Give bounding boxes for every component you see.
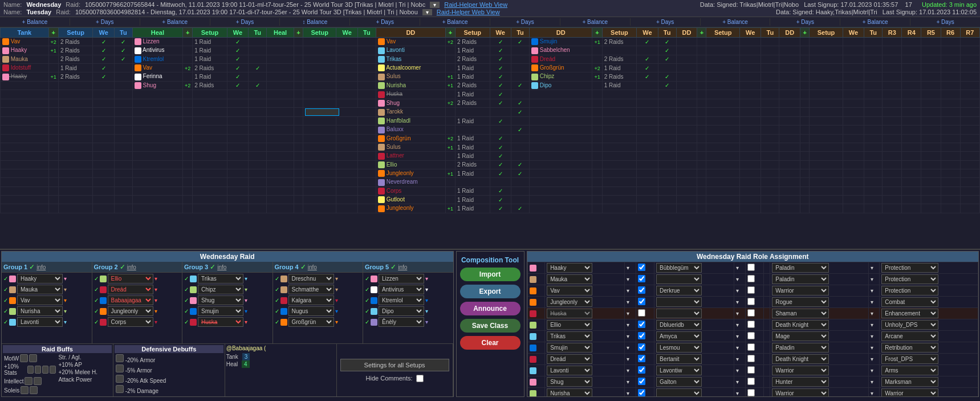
group-2-info[interactable]: info bbox=[127, 264, 136, 270]
balance-cell-6[interactable]: + Balance bbox=[701, 18, 771, 26]
heal1-add-btn[interactable]: + bbox=[183, 28, 193, 38]
hide-comments-checkbox[interactable] bbox=[416, 375, 424, 382]
player-role-select[interactable]: Dreád bbox=[108, 285, 153, 294]
days-cell-5[interactable]: + Days bbox=[631, 18, 701, 26]
player-check[interactable] bbox=[638, 378, 645, 385]
role-select-2[interactable]: Galton bbox=[656, 377, 702, 387]
player-role-select[interactable]: Nugus bbox=[288, 306, 334, 316]
player-role-select[interactable]: Kalgara bbox=[288, 295, 334, 305]
settings-all-setups-btn[interactable]: Settings for all Setups bbox=[340, 359, 449, 371]
player-check[interactable] bbox=[638, 298, 645, 305]
player-role-select[interactable]: Nurisha bbox=[17, 306, 63, 316]
player-role-select[interactable]: Dreschnu bbox=[288, 274, 334, 283]
player-role-select[interactable]: Haaky bbox=[17, 274, 63, 283]
days-cell-4[interactable]: + Days bbox=[490, 18, 560, 26]
player-check[interactable] bbox=[638, 286, 645, 294]
player-check[interactable] bbox=[638, 343, 645, 351]
import-button[interactable]: Import bbox=[460, 268, 521, 281]
balance-cell-2[interactable]: + Balance bbox=[140, 18, 210, 26]
player-role-select[interactable]: Shug bbox=[198, 295, 243, 305]
role-select-2[interactable] bbox=[656, 388, 702, 396]
player-select[interactable]: Shug bbox=[547, 377, 592, 387]
class-select[interactable]: Rogue bbox=[772, 297, 829, 307]
role-check[interactable] bbox=[747, 378, 755, 385]
export-button[interactable]: Export bbox=[460, 285, 521, 298]
role-select-2[interactable]: Bertanit bbox=[656, 354, 702, 364]
group-3-info[interactable]: info bbox=[217, 264, 226, 270]
balance-cell-7[interactable]: + Balance bbox=[840, 18, 910, 26]
spec-select[interactable]: Warrior bbox=[881, 388, 938, 396]
days-cell-7[interactable]: + Days bbox=[910, 18, 980, 26]
player-role-select[interactable]: Ellio bbox=[108, 274, 153, 283]
group-4-info[interactable]: info bbox=[308, 264, 317, 270]
player-select[interactable]: Vav bbox=[547, 286, 592, 295]
player-check[interactable] bbox=[638, 366, 645, 374]
player-role-select[interactable]: Chipz bbox=[198, 285, 243, 294]
edit-input[interactable] bbox=[305, 108, 339, 116]
spec-select[interactable]: Frost_DPS bbox=[881, 354, 938, 364]
tank-add-btn[interactable]: + bbox=[48, 28, 58, 38]
spec-select[interactable]: Arms bbox=[881, 366, 938, 375]
group-1-check[interactable]: ✓ bbox=[29, 263, 35, 271]
role-check[interactable] bbox=[747, 286, 755, 294]
player-role-select[interactable]: Mauka bbox=[17, 285, 63, 294]
role-check[interactable] bbox=[747, 321, 755, 328]
group-3-check[interactable]: ✓ bbox=[210, 263, 215, 271]
role-select-2[interactable]: Amyca bbox=[656, 331, 702, 341]
role-check[interactable] bbox=[747, 275, 755, 282]
save-class-button[interactable]: Save Class bbox=[460, 319, 521, 333]
dd1-add-btn[interactable]: + bbox=[445, 28, 455, 38]
days-cell-2[interactable]: + Days bbox=[210, 18, 280, 26]
role-select-2[interactable] bbox=[656, 309, 702, 318]
role-check[interactable] bbox=[747, 389, 755, 396]
role-check[interactable] bbox=[747, 298, 755, 305]
player-role-select[interactable]: Jungleonly bbox=[108, 306, 153, 316]
role-check[interactable] bbox=[747, 366, 755, 374]
clear-button[interactable]: Clear bbox=[460, 336, 521, 350]
days-cell-1[interactable]: + Days bbox=[70, 18, 140, 26]
player-select[interactable]: Jungleonly bbox=[547, 297, 592, 307]
player-role-select[interactable]: Antivirus bbox=[379, 285, 424, 294]
spec-select[interactable]: Unholy_DPS bbox=[881, 320, 938, 330]
player-check[interactable] bbox=[638, 389, 645, 396]
role-select-2[interactable] bbox=[656, 274, 702, 284]
class-select[interactable]: Hunter bbox=[772, 377, 829, 387]
class-select[interactable]: Paladin bbox=[772, 343, 829, 353]
player-check[interactable] bbox=[638, 264, 645, 271]
group-4-check[interactable]: ✓ bbox=[300, 263, 306, 271]
player-select[interactable]: Ellio bbox=[547, 320, 592, 330]
player-role-select[interactable]: Vav bbox=[17, 295, 63, 305]
player-select[interactable]: Trikas bbox=[547, 331, 592, 341]
role-check[interactable] bbox=[747, 355, 755, 362]
role-select-2[interactable] bbox=[656, 297, 702, 307]
player-role-select[interactable]: Großgrün bbox=[288, 317, 334, 327]
player-role-select[interactable]: Huska bbox=[198, 317, 243, 327]
player-select[interactable]: Lavonti bbox=[547, 366, 592, 375]
days-cell-3[interactable]: + Days bbox=[350, 18, 420, 26]
class-select[interactable]: Death Knight bbox=[772, 320, 829, 330]
class-select[interactable]: Warrior bbox=[772, 388, 829, 396]
class-select[interactable]: Warrior bbox=[772, 286, 829, 295]
player-check[interactable] bbox=[638, 321, 645, 328]
role-select-2[interactable]: Dblueridb bbox=[656, 320, 702, 330]
spec-select[interactable]: Enhancement bbox=[881, 309, 938, 318]
role-select-2[interactable]: Bübblegüm bbox=[656, 263, 702, 273]
announce-button[interactable]: Announce bbox=[460, 302, 521, 315]
spec-select[interactable]: Protection bbox=[881, 263, 938, 273]
player-role-select[interactable]: Ktremlol bbox=[379, 295, 424, 305]
player-role-select[interactable]: Dipo bbox=[379, 306, 424, 316]
class-select[interactable]: Paladin bbox=[772, 274, 829, 284]
role-select-2[interactable]: Lavontiw bbox=[656, 366, 702, 375]
balance-cell-1[interactable]: + Balance bbox=[0, 18, 70, 26]
player-role-select[interactable]: Ênèly bbox=[379, 317, 424, 327]
role-check[interactable] bbox=[747, 332, 755, 339]
class-select[interactable]: Death Knight bbox=[772, 354, 829, 364]
player-select[interactable]: Haaky bbox=[547, 263, 592, 273]
balance-cell-4[interactable]: + Balance bbox=[420, 18, 490, 26]
player-role-select[interactable]: Lizzen bbox=[379, 274, 424, 283]
player-role-select[interactable]: Corps bbox=[108, 317, 153, 327]
player-select[interactable]: Smujin bbox=[547, 343, 592, 353]
group-5-info[interactable]: info bbox=[398, 264, 407, 270]
player-select[interactable]: Dreád bbox=[547, 354, 592, 364]
player-select[interactable]: Nurisha bbox=[547, 388, 592, 396]
